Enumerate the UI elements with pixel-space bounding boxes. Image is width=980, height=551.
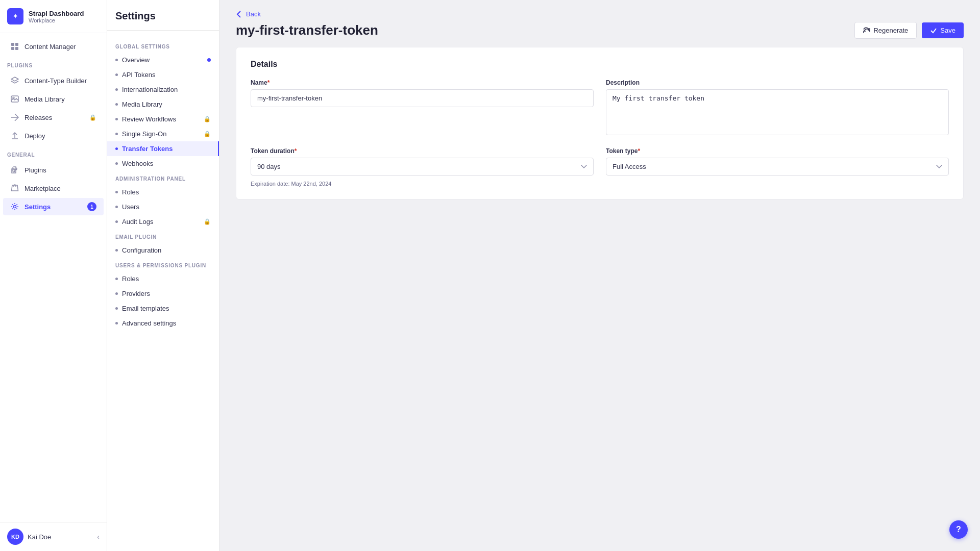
sidebar-item-media-library[interactable]: Media Library xyxy=(3,90,104,108)
page-actions: Regenerate Save xyxy=(854,22,964,39)
settings-item-label: Overview xyxy=(122,56,150,64)
help-button[interactable]: ? xyxy=(949,520,968,539)
dot-icon xyxy=(115,88,118,91)
description-textarea[interactable]: My first transfer token xyxy=(606,89,949,135)
sidebar-item-label: Releases xyxy=(24,114,52,121)
settings-title: Settings xyxy=(107,10,219,31)
save-button[interactable]: Save xyxy=(922,22,964,38)
main-content: Back my-first-transfer-token Regenerate … xyxy=(219,0,980,551)
settings-api-tokens[interactable]: API Tokens xyxy=(107,67,219,82)
checkmark-icon xyxy=(930,27,937,34)
required-star: * xyxy=(295,147,297,155)
grid-icon xyxy=(10,42,19,51)
settings-item-label: Webhooks xyxy=(122,160,153,167)
settings-item-label: Transfer Tokens xyxy=(122,145,173,153)
sidebar-item-releases[interactable]: Releases 🔒 xyxy=(3,109,104,126)
sidebar-item-marketplace[interactable]: Marketplace xyxy=(3,180,104,197)
dot-icon xyxy=(115,206,118,208)
page-title: my-first-transfer-token xyxy=(236,22,378,38)
dot-icon xyxy=(115,249,118,252)
sidebar-item-content-manager[interactable]: Content Manager xyxy=(3,38,104,55)
sidebar-item-label: Content Manager xyxy=(24,43,76,51)
settings-roles[interactable]: Roles xyxy=(107,185,219,199)
description-label: Description xyxy=(606,79,949,86)
settings-up-roles[interactable]: Roles xyxy=(107,271,219,286)
back-label: Back xyxy=(246,10,261,18)
dot-icon xyxy=(115,103,118,106)
settings-review-workflows[interactable]: Review Workflows 🔒 xyxy=(107,112,219,127)
settings-advanced-settings[interactable]: Advanced settings xyxy=(107,316,219,331)
lock-icon: 🔒 xyxy=(204,116,211,122)
user-avatar: KD xyxy=(7,529,23,545)
global-settings-label: GLOBAL SETTINGS xyxy=(107,39,219,53)
back-arrow-icon xyxy=(236,11,243,18)
regenerate-icon xyxy=(863,27,870,34)
lock-icon: 🔒 xyxy=(204,131,211,137)
settings-item-label: Internationalization xyxy=(122,86,178,93)
dot-icon xyxy=(115,73,118,76)
settings-overview[interactable]: Overview xyxy=(107,53,219,67)
required-star: * xyxy=(638,147,640,155)
sidebar-item-settings[interactable]: Settings 1 xyxy=(3,198,104,215)
card-title: Details xyxy=(251,60,949,69)
app-logo: ✦ xyxy=(7,8,23,24)
regenerate-button[interactable]: Regenerate xyxy=(854,22,917,39)
dot-icon xyxy=(115,162,118,165)
token-type-label: Token type* xyxy=(606,147,949,155)
sidebar-collapse-button[interactable]: ‹ xyxy=(97,533,100,541)
description-field-group: Description My first transfer token xyxy=(606,79,949,135)
dot-icon xyxy=(115,292,118,295)
general-section-label: GENERAL xyxy=(0,145,107,161)
name-label: Name* xyxy=(251,79,594,86)
sidebar-item-plugins[interactable]: Plugins xyxy=(3,161,104,179)
settings-internationalization[interactable]: Internationalization xyxy=(107,82,219,97)
regenerate-label: Regenerate xyxy=(873,27,908,34)
app-subtitle: Workplace xyxy=(29,17,84,23)
sidebar-item-label: Media Library xyxy=(24,95,65,103)
token-duration-select[interactable]: 7 days 30 days 90 days 180 days Unlimite… xyxy=(251,158,594,176)
settings-configuration[interactable]: Configuration xyxy=(107,243,219,258)
gear-icon xyxy=(10,202,19,211)
sidebar-item-label: Marketplace xyxy=(24,185,61,192)
settings-item-label: Roles xyxy=(122,275,139,283)
token-type-select[interactable]: Read-only Full Access Push Pull Custom xyxy=(606,158,949,176)
settings-users[interactable]: Users xyxy=(107,199,219,214)
page-title-row: my-first-transfer-token Regenerate Save xyxy=(236,22,964,39)
layers-icon xyxy=(10,76,19,85)
settings-audit-logs[interactable]: Audit Logs 🔒 xyxy=(107,214,219,229)
dot-icon xyxy=(115,278,118,280)
settings-item-label: Providers xyxy=(122,290,150,297)
save-label: Save xyxy=(940,27,955,34)
settings-transfer-tokens[interactable]: Transfer Tokens xyxy=(107,141,219,156)
sidebar-item-content-type-builder[interactable]: Content-Type Builder xyxy=(3,72,104,89)
dot-icon xyxy=(115,59,118,61)
settings-item-label: Roles xyxy=(122,188,139,196)
sidebar-item-label: Deploy xyxy=(24,132,45,140)
sidebar: ✦ Strapi Dashboard Workplace Content Man… xyxy=(0,0,107,551)
users-permissions-label: USERS & PERMISSIONS PLUGIN xyxy=(107,258,219,271)
upload-icon xyxy=(10,131,19,140)
dot-icon xyxy=(115,220,118,223)
page-header: Back my-first-transfer-token Regenerate … xyxy=(219,0,980,47)
puzzle-icon xyxy=(10,165,19,174)
settings-item-label: Media Library xyxy=(122,101,162,108)
lock-icon: 🔒 xyxy=(204,218,211,225)
form-row-2: Token duration* 7 days 30 days 90 days 1… xyxy=(251,147,949,187)
back-link[interactable]: Back xyxy=(236,10,964,18)
dot-icon xyxy=(115,322,118,324)
email-plugin-label: EMAIL PLUGIN xyxy=(107,229,219,243)
sidebar-item-deploy[interactable]: Deploy xyxy=(3,127,104,144)
settings-media-library[interactable]: Media Library xyxy=(107,97,219,112)
dot-icon xyxy=(115,118,118,120)
settings-providers[interactable]: Providers xyxy=(107,286,219,301)
settings-single-sign-on[interactable]: Single Sign-On 🔒 xyxy=(107,127,219,141)
user-name: Kai Doe xyxy=(28,533,51,541)
settings-item-label: Email templates xyxy=(122,305,169,312)
token-duration-label: Token duration* xyxy=(251,147,594,155)
name-input[interactable] xyxy=(251,89,594,107)
settings-email-templates[interactable]: Email templates xyxy=(107,301,219,316)
settings-webhooks[interactable]: Webhooks xyxy=(107,156,219,171)
send-icon xyxy=(10,113,19,122)
logo-icon: ✦ xyxy=(13,13,18,20)
name-field-group: Name* xyxy=(251,79,594,135)
